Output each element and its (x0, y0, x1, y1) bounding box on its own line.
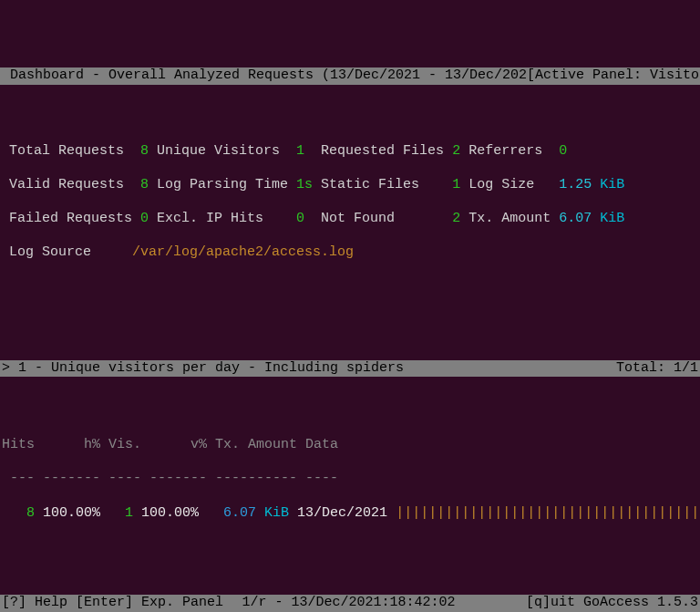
panel1-row[interactable]: 8 100.00% 1 100.00% 6.07 KiB 13/Dec/2021… (0, 505, 700, 523)
failed-requests-label: Failed Requests (9, 211, 132, 226)
log-source-value: /var/log/apache2/access.log (132, 244, 354, 260)
tx-amount-value: 6.07 (559, 211, 592, 226)
log-parsing-label: Log Parsing Time (149, 177, 296, 192)
unique-visitors-label: Unique Visitors (149, 143, 288, 159)
panel-visitors-header[interactable]: > 1 - Unique visitors per day - Includin… (0, 360, 700, 378)
dashboard-title: Dashboard - Overall Analyzed Requests (1… (2, 67, 527, 83)
p1-hp: 100.00% (35, 505, 100, 521)
panel-visitors-title: > 1 - Unique visitors per day - Includin… (2, 360, 616, 378)
status-quit[interactable]: [q]uit GoAccess 1.5.3 (526, 595, 698, 612)
not-found-value: 2 (452, 211, 460, 226)
panel1-dashes: --- ------- ---- ------- ---------- ---- (0, 471, 700, 488)
stat-row-4: Log Source /var/log/apache2/access.log (9, 244, 691, 262)
log-parsing-value: 1s (296, 177, 313, 192)
excl-ip-value: 0 (288, 211, 304, 226)
p1-bars: ||||||||||||||||||||||||||||||||||||||||… (396, 505, 700, 521)
tx-amount-label: Tx. Amount (460, 211, 559, 226)
stat-row-1: Total Requests 8 Unique Visitors 1 Reque… (9, 143, 691, 161)
not-found-label: Not Found (304, 211, 452, 226)
p1-hits: 8 (2, 505, 35, 521)
p1-vis: 1 (100, 505, 133, 521)
requested-files-value: 2 (452, 143, 460, 159)
p1-txa: 6.07 (199, 505, 256, 521)
overall-stats: Total Requests 8 Unique Visitors 1 Reque… (0, 119, 700, 278)
log-size-value: 1.25 (559, 177, 592, 192)
panel-visitors-total: Total: 1/1 (616, 360, 698, 378)
log-size-label: Log Size (460, 177, 559, 192)
total-requests-label: Total Requests (9, 143, 132, 159)
titlebar: Dashboard - Overall Analyzed Requests (1… (0, 67, 700, 85)
failed-requests-value: 0 (132, 211, 149, 226)
valid-requests-value: 8 (132, 177, 149, 192)
referrers-value: 0 (559, 143, 567, 159)
total-requests-value: 8 (132, 143, 149, 159)
tx-amount-unit: KiB (592, 211, 624, 226)
status-bar: [?] Help [Enter] Exp. Panel1/r - 13/Dec/… (0, 595, 700, 612)
log-source-label: Log Source (9, 244, 132, 260)
unique-visitors-value: 1 (288, 143, 304, 159)
static-files-value: 1 (452, 177, 460, 192)
spacer (0, 411, 700, 420)
active-panel-indicator: [Active Panel: Visitors] (527, 67, 700, 83)
referrers-label: Referrers (460, 143, 559, 159)
stat-row-3: Failed Requests 0 Excl. IP Hits 0 Not Fo… (9, 211, 691, 228)
p1-txu: KiB (256, 505, 289, 521)
spacer (0, 313, 700, 326)
status-help[interactable]: [?] Help [Enter] Exp. Panel (2, 595, 242, 612)
status-page: 1/r - 13/Dec/2021:18:42:02 (242, 595, 526, 612)
static-files-label: Static Files (313, 177, 452, 192)
panel1-columns: Hits h% Vis. v% Tx. Amount Data (0, 437, 700, 454)
requested-files-label: Requested Files (304, 143, 452, 159)
p1-date: 13/Dec/2021 (289, 505, 396, 521)
log-size-unit: KiB (592, 177, 624, 192)
valid-requests-label: Valid Requests (9, 177, 132, 192)
excl-ip-label: Excl. IP Hits (149, 211, 288, 226)
p1-vp: 100.00% (133, 505, 199, 521)
stat-row-2: Valid Requests 8 Log Parsing Time 1s Sta… (9, 177, 691, 194)
